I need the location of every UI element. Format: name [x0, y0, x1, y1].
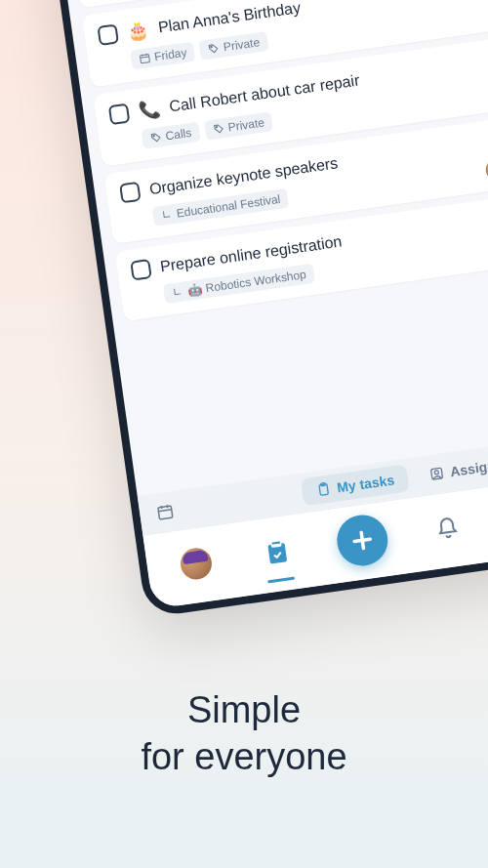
label-tag[interactable]: Calls	[142, 122, 201, 149]
tag-icon	[207, 42, 221, 56]
phone-screen: ✈️Book a flight to New YorkToday🎂Plan An…	[58, 0, 488, 609]
calendar-icon	[155, 502, 175, 521]
label-tag-text: Private	[227, 115, 265, 134]
task-emoji: 📞	[137, 98, 161, 122]
svg-rect-4	[140, 55, 149, 63]
svg-line-5	[141, 57, 149, 58]
label-tag-text: Calls	[165, 126, 192, 144]
label-tag[interactable]: Private	[199, 31, 268, 60]
calendar-filter-button[interactable]	[149, 496, 181, 527]
tag-icon	[149, 131, 163, 145]
task-checkbox[interactable]	[97, 23, 119, 46]
plus-icon	[346, 525, 378, 557]
task-emoji: 🎂	[126, 19, 150, 43]
label-tag-text: Private	[223, 35, 261, 54]
subtask-icon	[160, 208, 174, 222]
tab-assigned-label: Assigned	[449, 456, 488, 480]
tab-my-tasks-label: My tasks	[336, 472, 395, 495]
project-emoji: 🤖	[186, 282, 203, 298]
calendar-icon	[139, 52, 152, 65]
svg-line-21	[354, 539, 370, 541]
tag-icon	[212, 122, 225, 136]
date-tag[interactable]: Friday	[130, 42, 195, 70]
task-checkbox[interactable]	[130, 259, 152, 281]
label-tag[interactable]: Private	[204, 111, 273, 140]
phone-frame: ✈️Book a flight to New YorkToday🎂Plan An…	[49, 0, 488, 618]
person-icon	[427, 465, 445, 482]
svg-point-9	[153, 135, 155, 137]
project-name: Robotics Workshop	[205, 268, 307, 295]
subtask-icon	[171, 286, 184, 300]
task-list: ✈️Book a flight to New YorkToday🎂Plan An…	[58, 0, 488, 496]
project-name: Educational Festival	[176, 192, 281, 221]
svg-point-18	[434, 471, 439, 475]
clipboard-check-icon	[263, 538, 291, 566]
nav-notifications[interactable]	[424, 504, 472, 553]
clipboard-icon	[314, 480, 332, 498]
tagline-line-1: Simple	[0, 687, 488, 734]
tagline: Simple for everyone	[0, 687, 488, 780]
date-tag-label: Friday	[153, 46, 187, 64]
avatar	[179, 546, 214, 581]
nav-tasks[interactable]	[253, 528, 302, 577]
svg-line-12	[158, 510, 171, 512]
nav-profile[interactable]	[172, 540, 221, 589]
svg-point-10	[216, 126, 218, 128]
task-checkbox[interactable]	[108, 103, 131, 126]
svg-point-8	[211, 46, 213, 48]
tagline-line-2: for everyone	[0, 734, 488, 781]
task-checkbox[interactable]	[119, 182, 142, 204]
bell-icon	[434, 516, 461, 542]
svg-rect-11	[158, 506, 173, 519]
add-task-button[interactable]	[334, 512, 391, 569]
